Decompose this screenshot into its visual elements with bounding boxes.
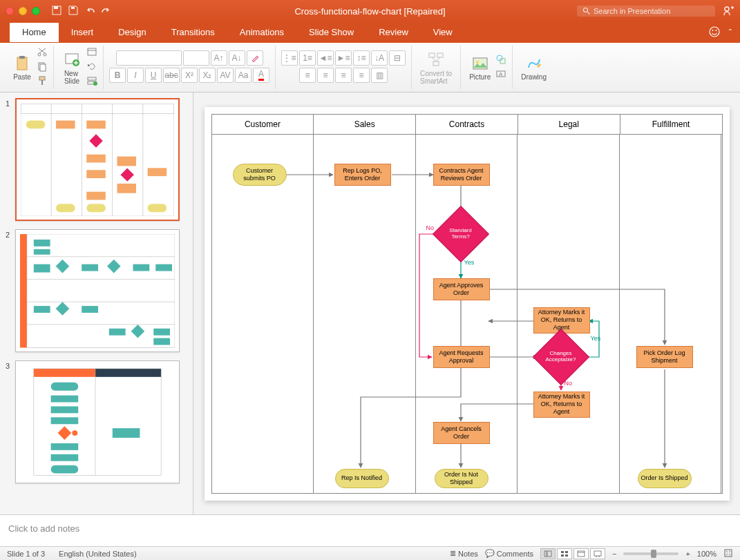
svg-rect-80 <box>153 329 170 336</box>
slide-thumbnail-3[interactable] <box>15 360 180 483</box>
columns-icon[interactable]: ▥ <box>371 68 388 83</box>
bold-button[interactable]: B <box>109 68 126 83</box>
tab-review[interactable]: Review <box>366 23 421 42</box>
new-slide-button[interactable]: New Slide <box>59 49 84 86</box>
format-painter-icon[interactable] <box>37 75 48 88</box>
align-text-icon[interactable]: ⊟ <box>389 50 406 66</box>
notes-toggle[interactable]: ≣ Notes <box>450 549 478 558</box>
numbering-icon[interactable]: 1≡ <box>299 50 316 66</box>
tab-insert[interactable]: Insert <box>59 23 106 42</box>
search-input[interactable]: Search in Presentation <box>577 6 715 17</box>
tab-home[interactable]: Home <box>10 23 59 42</box>
fc-terminal[interactable]: Order Is Shipped <box>638 469 692 488</box>
decision-label-yes: Yes <box>591 335 601 342</box>
zoom-out-icon[interactable]: − <box>612 550 616 558</box>
fit-to-window-icon[interactable] <box>723 548 733 559</box>
slideshow-view-icon[interactable] <box>590 548 605 559</box>
close-window[interactable] <box>6 7 14 15</box>
bullets-icon[interactable]: ⋮≡ <box>281 50 298 66</box>
text-direction-icon[interactable]: ↓A <box>371 50 388 66</box>
decrease-font-icon[interactable]: A↓ <box>229 50 245 66</box>
language-status[interactable]: English (United States) <box>59 550 137 558</box>
fc-process[interactable]: Pick Order Log Shipment <box>636 346 693 368</box>
fc-decision[interactable]: Standard Terms? <box>441 214 481 254</box>
autosave-icon[interactable] <box>51 5 62 18</box>
superscript-button[interactable]: X² <box>181 68 198 83</box>
comments-toggle[interactable]: 💬 Comments <box>485 549 533 558</box>
titlebar: Cross-functional-flow-chart [Repaired] S… <box>0 0 740 22</box>
align-right-icon[interactable]: ≡ <box>335 68 352 83</box>
tab-animations[interactable]: Animations <box>227 23 296 42</box>
subscript-button[interactable]: X₂ <box>199 68 216 83</box>
reading-view-icon[interactable] <box>573 548 589 559</box>
svg-rect-88 <box>51 406 79 413</box>
line-spacing-icon[interactable]: ↕≡ <box>353 50 370 66</box>
picture-button[interactable]: Picture <box>466 52 493 82</box>
char-spacing-icon[interactable]: AV <box>217 68 234 83</box>
fc-process[interactable]: Agent Cancels Order <box>433 422 490 444</box>
shapes-icon[interactable] <box>495 54 506 67</box>
tab-slideshow[interactable]: Slide Show <box>296 23 366 42</box>
slide-count: Slide 1 of 3 <box>7 550 45 558</box>
fc-terminal[interactable]: Order Is Not Shipped <box>435 469 488 488</box>
zoom-level[interactable]: 100% <box>697 550 717 558</box>
tab-transitions[interactable]: Transitions <box>159 23 227 42</box>
strikethrough-button[interactable]: abc <box>163 68 180 83</box>
minimize-window[interactable] <box>19 7 27 15</box>
drawing-button[interactable]: Drawing <box>518 52 549 82</box>
redo-icon[interactable] <box>101 5 112 18</box>
italic-button[interactable]: I <box>127 68 144 83</box>
decrease-indent-icon[interactable]: ◄≡ <box>317 50 334 66</box>
share-icon[interactable] <box>722 4 734 19</box>
fc-terminal[interactable]: Rep Is Notified <box>335 469 389 488</box>
copy-icon[interactable] <box>37 61 48 74</box>
collapse-ribbon-icon[interactable]: ˆ <box>729 28 732 38</box>
svg-rect-1 <box>54 6 58 9</box>
zoom-slider[interactable] <box>623 552 679 555</box>
tab-design[interactable]: Design <box>106 23 158 42</box>
save-icon[interactable] <box>68 5 79 18</box>
underline-button[interactable]: U <box>145 68 162 83</box>
fc-process[interactable]: Agent Approves Order <box>433 278 490 300</box>
increase-font-icon[interactable]: A↑ <box>211 50 227 66</box>
font-color-icon[interactable]: A <box>253 68 269 83</box>
sorter-view-icon[interactable] <box>557 548 572 559</box>
section-icon[interactable] <box>86 75 97 88</box>
tab-view[interactable]: View <box>421 23 465 42</box>
align-center-icon[interactable]: ≡ <box>317 68 334 83</box>
fc-process[interactable]: Attorney Marks it OK, Returns to Agent <box>533 392 590 418</box>
font-size-selector[interactable] <box>183 50 209 66</box>
normal-view-icon[interactable] <box>540 548 556 559</box>
maximize-window[interactable] <box>32 7 40 15</box>
slide-thumbnail-2[interactable] <box>15 229 180 352</box>
cut-icon[interactable] <box>37 46 48 59</box>
svg-point-37 <box>497 55 502 61</box>
fc-terminal[interactable]: Customer submits PO <box>233 164 287 186</box>
fc-process[interactable]: Agent Requests Approval <box>433 346 490 368</box>
justify-icon[interactable]: ≡ <box>353 68 370 83</box>
fc-decision[interactable]: Changes Acceptable? <box>541 337 581 377</box>
fc-process[interactable]: Rep Logs PO, Enters Order <box>334 164 391 186</box>
slide-thumbnail-1[interactable] <box>15 98 180 221</box>
notes-pane[interactable]: Click to add notes <box>0 514 740 546</box>
undo-icon[interactable] <box>84 5 95 18</box>
textbox-icon[interactable]: A <box>495 68 506 81</box>
convert-smartart-button[interactable]: Convert to SmartArt <box>417 49 455 86</box>
fc-process[interactable]: Contracts Agent Reviews Order <box>433 164 490 186</box>
svg-rect-108 <box>547 551 551 557</box>
change-case-icon[interactable]: Aa <box>235 68 252 83</box>
svg-rect-2 <box>71 7 75 9</box>
svg-point-9 <box>712 30 713 31</box>
paste-button[interactable]: Paste <box>10 52 35 82</box>
slide-canvas[interactable]: Customer Sales Contracts Legal Fulfillme… <box>205 107 730 501</box>
zoom-in-icon[interactable]: + <box>685 550 690 558</box>
reset-icon[interactable] <box>86 61 97 74</box>
emoji-icon[interactable] <box>708 26 721 40</box>
svg-point-8 <box>710 27 719 37</box>
clear-format-icon[interactable] <box>247 50 263 66</box>
layout-icon[interactable] <box>86 46 97 59</box>
font-selector[interactable] <box>116 50 182 66</box>
svg-rect-95 <box>113 428 140 438</box>
align-left-icon[interactable]: ≡ <box>299 68 316 83</box>
increase-indent-icon[interactable]: ►≡ <box>335 50 352 66</box>
